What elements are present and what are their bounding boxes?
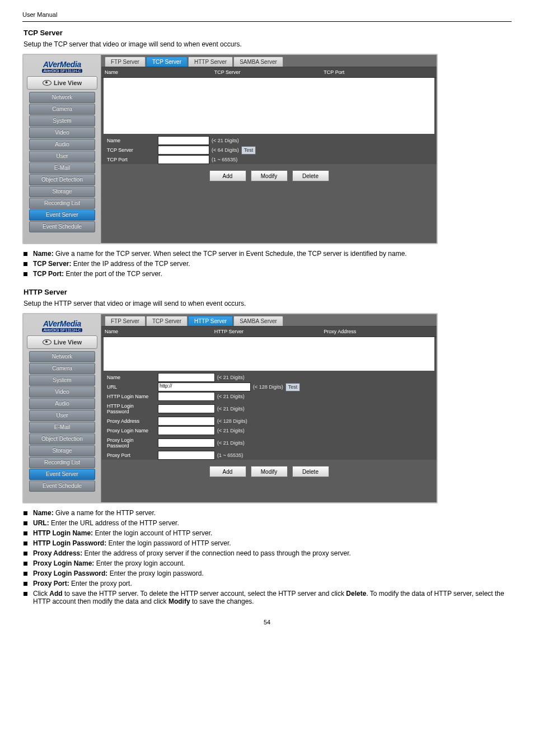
tab-http-server[interactable]: HTTP Server [188, 57, 233, 67]
live-view-button[interactable]: Live View [27, 335, 97, 349]
sidebar-item-network[interactable]: Network [29, 92, 95, 103]
tab-tcp-server[interactable]: TCP Server [146, 316, 188, 326]
bullet-text: Click Add to save the HTTP server. To de… [33, 590, 512, 605]
live-view-button[interactable]: Live View [27, 76, 97, 90]
modify-button[interactable]: Modify [251, 466, 288, 477]
bullet-text: Proxy Address: Enter the address of prox… [33, 549, 351, 557]
form-row-proxy-login-password: Proxy Login Password(< 21 Digits) [104, 436, 434, 450]
sidebar-item-camera[interactable]: Camera [29, 104, 95, 115]
sidebar-item-storage[interactable]: Storage [29, 186, 95, 197]
sidebar-item-event-server[interactable]: Event Server [29, 209, 95, 221]
delete-button[interactable]: Delete [292, 466, 329, 477]
bullet-icon [24, 542, 27, 545]
col-tcp-port: TCP Port [324, 69, 433, 75]
form-row-proxy-login-name: Proxy Login Name(< 21 Digits) [104, 426, 434, 435]
sidebar-item-user[interactable]: User [29, 151, 95, 162]
form-input[interactable] [158, 392, 215, 401]
bullet-icon [24, 521, 27, 525]
add-button[interactable]: Add [209, 466, 246, 477]
form-row-proxy-address: Proxy Address(< 128 Digits) [104, 417, 434, 426]
sidebar-item-storage[interactable]: Storage [29, 445, 95, 456]
bullet-item: URL: Enter the URL address of the HTTP s… [24, 519, 512, 527]
form-label: TCP Server [104, 146, 158, 155]
sidebar-item-recording-list[interactable]: Recording List [29, 198, 95, 209]
bullet-icon [24, 572, 27, 576]
form-input[interactable] [158, 373, 215, 382]
tab-ftp-server[interactable]: FTP Server [105, 316, 146, 326]
sidebar-item-audio[interactable]: Audio [29, 398, 95, 409]
sidebar-item-object-detection[interactable]: Object Detection [29, 433, 95, 445]
form-hint: (< 21 Digits) [217, 428, 245, 433]
add-button[interactable]: Add [209, 170, 246, 181]
form-row-name: Name(< 21 Digits) [104, 373, 434, 382]
bullet-item: Proxy Port: Enter the proxy port. [24, 580, 512, 587]
form-input[interactable] [158, 451, 215, 460]
form-label: Proxy Port [104, 451, 158, 460]
sidebar-item-event-schedule[interactable]: Event Schedule [29, 480, 95, 492]
form-input[interactable] [158, 155, 209, 164]
bullet-item: Proxy Address: Enter the address of prox… [24, 549, 512, 557]
sidebar-item-audio[interactable]: Audio [29, 139, 95, 150]
form-label: Proxy Login Password [104, 436, 158, 450]
form-input[interactable] [158, 136, 209, 145]
form-label: Proxy Address [104, 417, 158, 426]
table-body [104, 337, 434, 371]
logo-text: AVerMedia [43, 319, 81, 328]
server-tabs: FTP ServerTCP ServerHTTP ServerSAMBA Ser… [101, 55, 437, 67]
tab-samba-server[interactable]: SAMBA Server [233, 316, 283, 326]
modify-button[interactable]: Modify [251, 170, 288, 181]
sidebar-item-event-server[interactable]: Event Server [29, 469, 95, 480]
col-name: Name [105, 329, 214, 334]
section-sub-http: Setup the HTTP server that video or imag… [24, 300, 512, 307]
tab-ftp-server[interactable]: FTP Server [105, 57, 146, 67]
tab-http-server[interactable]: HTTP Server [188, 316, 233, 326]
sidebar: AVerMedia AVerDiGi SF1311H-C Live View N… [24, 314, 101, 502]
form-row-tcp-port: TCP Port(1 ~ 65535) [104, 155, 434, 164]
sidebar-item-video[interactable]: Video [29, 127, 95, 138]
form-label: HTTP Login Password [104, 402, 158, 416]
sidebar-item-camera[interactable]: Camera [29, 363, 95, 374]
form-row-http-login-name: HTTP Login Name(< 21 Digits) [104, 392, 434, 401]
form-input[interactable] [158, 426, 215, 435]
bullet-icon [24, 562, 27, 566]
bullet-item: TCP Server: Enter the IP address of the … [24, 260, 512, 268]
bullet-item: Click Add to save the HTTP server. To de… [24, 590, 512, 605]
bullet-text: Name: Give a name for the TCP server. Wh… [33, 250, 407, 258]
bullet-text: Proxy Login Name: Enter the proxy login … [33, 559, 185, 567]
page-number: 54 [22, 619, 512, 626]
test-button[interactable]: Test [285, 383, 301, 391]
bullet-item: HTTP Login Password: Enter the login pas… [24, 539, 512, 547]
sidebar-item-system[interactable]: System [29, 115, 95, 127]
action-bar: AddModifyDelete [101, 460, 437, 482]
tab-samba-server[interactable]: SAMBA Server [233, 57, 283, 67]
sidebar-item-video[interactable]: Video [29, 386, 95, 398]
bullet-icon [24, 252, 27, 256]
bullet-item: TCP Port: Enter the port of the TCP serv… [24, 270, 512, 278]
sidebar-item-e-mail[interactable]: E-Mail [29, 162, 95, 174]
delete-button[interactable]: Delete [292, 170, 329, 181]
col-http-server: HTTP Server [214, 329, 324, 334]
logo: AVerMedia AVerDiGi SF1311H-C [26, 318, 99, 333]
sidebar-item-recording-list[interactable]: Recording List [29, 457, 95, 468]
bullet-text: HTTP Login Password: Enter the login pas… [33, 539, 231, 547]
form-hint: (< 21 Digits) [212, 138, 239, 143]
server-tabs: FTP ServerTCP ServerHTTP ServerSAMBA Ser… [101, 314, 437, 326]
bullet-icon [24, 582, 27, 586]
form-input[interactable]: http:// [158, 382, 251, 391]
sidebar-item-system[interactable]: System [29, 375, 95, 386]
sidebar-item-e-mail[interactable]: E-Mail [29, 422, 95, 433]
eye-icon [43, 339, 51, 345]
sidebar-item-event-schedule[interactable]: Event Schedule [29, 221, 95, 232]
form-hint: (1 ~ 65535) [217, 452, 243, 458]
form-input[interactable] [158, 404, 215, 413]
sidebar-item-object-detection[interactable]: Object Detection [29, 174, 95, 185]
form-hint: (< 64 Digits) [212, 147, 239, 153]
sidebar-item-network[interactable]: Network [29, 351, 95, 362]
form-input[interactable] [158, 438, 215, 447]
test-button[interactable]: Test [241, 146, 256, 155]
form-input[interactable] [158, 417, 215, 426]
tab-tcp-server[interactable]: TCP Server [146, 57, 188, 67]
form-hint: (< 21 Digits) [217, 440, 245, 446]
sidebar-item-user[interactable]: User [29, 410, 95, 421]
form-input[interactable] [158, 146, 209, 155]
